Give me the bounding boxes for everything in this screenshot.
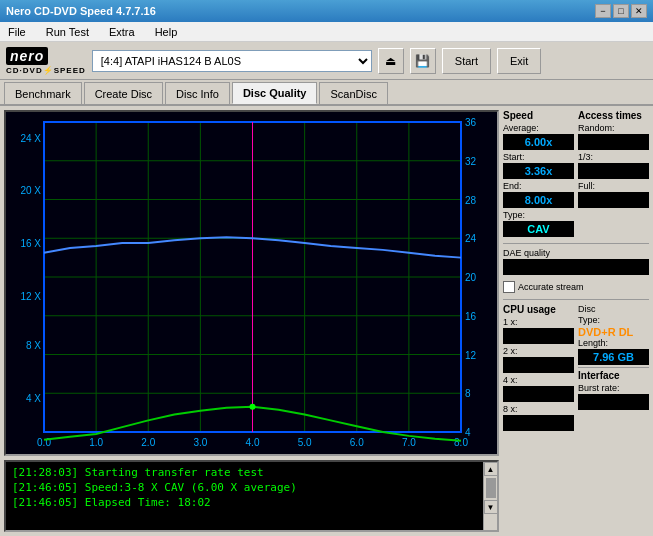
menu-file[interactable]: File [4,24,30,40]
disc-type-label: Disc [578,304,649,314]
log-line-2: [21:46:05] Speed:3-8 X CAV (6.00 X avera… [12,480,491,495]
log-area: [21:28:03] Starting transfer rate test [… [4,460,499,532]
cpu-2x-label: 2 x: [503,346,574,356]
cpu-access-row: CPU usage 1 x: 2 x: 4 x: 8 x: Disc Type:… [503,304,649,433]
start-button[interactable]: Start [442,48,491,74]
type-value: CAV [503,221,574,237]
scroll-thumb[interactable] [486,478,496,498]
maximize-button[interactable]: □ [613,4,629,18]
log-content: [21:28:03] Starting transfer rate test [… [6,462,497,513]
window-controls: − □ ✕ [595,4,647,18]
log-scrollbar[interactable]: ▲ ▼ [483,462,497,530]
speed-chart [6,112,497,454]
random-label: Random: [578,123,649,133]
end-label: End: [503,181,574,191]
average-label: Average: [503,123,574,133]
disc-interface-col: Disc Type: DVD+R DL Length: 7.96 GB Inte… [578,304,649,433]
speed-title: Speed [503,110,574,121]
scroll-down[interactable]: ▼ [484,500,498,514]
menu-help[interactable]: Help [151,24,182,40]
speed-access-row: Speed Average: 6.00x Start: 3.36x End: 8… [503,110,649,239]
one-third-label: 1/3: [578,152,649,162]
close-button[interactable]: ✕ [631,4,647,18]
tab-create-disc[interactable]: Create Disc [84,82,163,104]
cpu-4x-label: 4 x: [503,375,574,385]
average-value: 6.00x [503,134,574,150]
type-label: Type: [503,210,574,220]
cpu-section: CPU usage 1 x: 2 x: 4 x: 8 x: Disc Type:… [503,304,649,433]
accurate-stream-checkbox[interactable] [503,281,515,293]
main-content: [21:28:03] Starting transfer rate test [… [0,106,653,536]
exit-button[interactable]: Exit [497,48,541,74]
divider-1 [503,243,649,244]
logo-subtitle: CD·DVD⚡SPEED [6,66,86,75]
cpu-1x-label: 1 x: [503,317,574,327]
cpu-8x-label: 8 x: [503,404,574,414]
burst-label: Burst rate: [578,383,649,393]
tab-bar: Benchmark Create Disc Disc Info Disc Qua… [0,80,653,106]
save-button[interactable]: 💾 [410,48,436,74]
menu-run-test[interactable]: Run Test [42,24,93,40]
menu-extra[interactable]: Extra [105,24,139,40]
log-line-1: [21:28:03] Starting transfer rate test [12,465,491,480]
right-panel: Speed Average: 6.00x Start: 3.36x End: 8… [503,106,653,536]
minimize-button[interactable]: − [595,4,611,18]
toolbar: nero CD·DVD⚡SPEED [4:4] ATAPI iHAS124 B … [0,42,653,80]
cpu-8x-value [503,415,574,431]
tab-disc-info[interactable]: Disc Info [165,82,230,104]
cpu-1x-value [503,328,574,344]
end-value: 8.00x [503,192,574,208]
start-value: 3.36x [503,163,574,179]
cpu-title: CPU usage [503,304,574,315]
tab-benchmark[interactable]: Benchmark [4,82,82,104]
cpu-col: CPU usage 1 x: 2 x: 4 x: 8 x: [503,304,574,433]
accurate-stream-label: Accurate stream [518,282,584,292]
full-label: Full: [578,181,649,191]
cpu-4x-value [503,386,574,402]
menu-bar: File Run Test Extra Help [0,22,653,42]
tab-scan-disc[interactable]: ScanDisc [319,82,387,104]
nero-logo: nero [6,47,48,65]
log-line-3: [21:46:05] Elapsed Time: 18:02 [12,495,491,510]
tab-disc-quality[interactable]: Disc Quality [232,82,318,104]
accurate-stream-row: Accurate stream [503,281,649,293]
disc-length-label: Length: [578,338,649,348]
speed-section: Speed Average: 6.00x Start: 3.36x End: 8… [503,110,574,239]
start-label: Start: [503,152,574,162]
interface-title: Interface [578,370,649,381]
app-logo: nero CD·DVD⚡SPEED [6,47,86,75]
chart-container [4,110,499,456]
dae-value [503,259,649,275]
dae-title: DAE quality [503,248,649,258]
divider-2 [503,299,649,300]
eject-button[interactable]: ⏏ [378,48,404,74]
device-selector[interactable]: [4:4] ATAPI iHAS124 B AL0S [92,50,372,72]
access-section: Access times Random: 1/3: Full: [578,110,649,239]
disc-type-value: DVD+R DL [578,326,649,338]
divider-3 [578,367,649,368]
random-value [578,134,649,150]
scroll-up[interactable]: ▲ [484,462,498,476]
access-title: Access times [578,110,649,121]
window-title: Nero CD-DVD Speed 4.7.7.16 [6,5,156,17]
burst-value [578,394,649,410]
dae-section: DAE quality [503,248,649,277]
disc-length-value: 7.96 GB [578,349,649,365]
full-value [578,192,649,208]
title-bar: Nero CD-DVD Speed 4.7.7.16 − □ ✕ [0,0,653,22]
one-third-value [578,163,649,179]
cpu-2x-value [503,357,574,373]
disc-type-sub: Type: [578,315,649,325]
chart-section: [21:28:03] Starting transfer rate test [… [0,106,503,536]
